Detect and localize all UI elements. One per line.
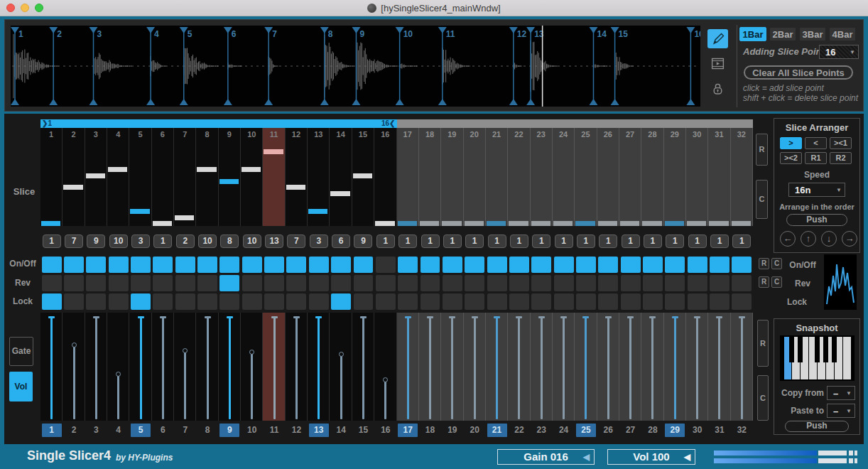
lock-cell-13[interactable] xyxy=(309,293,329,310)
vol-slider[interactable] xyxy=(384,380,386,419)
onoff-cell-29[interactable] xyxy=(665,257,685,273)
vol-column-20[interactable] xyxy=(464,313,486,421)
slice-value-button[interactable]: 1 xyxy=(153,234,172,248)
lock-cell-14[interactable] xyxy=(331,293,351,310)
vol-slider[interactable] xyxy=(696,317,698,419)
snapshot-keyboard[interactable] xyxy=(780,335,855,381)
lock-cell-6[interactable] xyxy=(153,293,173,310)
lock-cell-8[interactable] xyxy=(197,293,217,310)
vol-clear-button[interactable]: C xyxy=(757,375,769,421)
onoff-cell-19[interactable] xyxy=(443,257,462,273)
rev-cell-14[interactable] xyxy=(331,275,351,291)
onoff-cell-24[interactable] xyxy=(554,257,574,273)
arranger-mode-R1[interactable]: R1 xyxy=(805,152,827,164)
lock-cell-17[interactable] xyxy=(398,293,418,310)
clear-all-slice-points-button[interactable]: Clear All Slice Points xyxy=(744,65,853,80)
slice-value-button[interactable]: 10 xyxy=(243,234,261,248)
onoff-cell-2[interactable] xyxy=(64,257,84,273)
lock-cell-26[interactable] xyxy=(598,293,618,310)
rev-cell-26[interactable] xyxy=(598,275,618,291)
slice-value-button[interactable]: 1 xyxy=(376,234,395,248)
vol-slider[interactable] xyxy=(362,317,364,419)
rev-cell-22[interactable] xyxy=(509,275,529,291)
vol-slider[interactable] xyxy=(95,317,97,419)
lock-cell-7[interactable] xyxy=(175,293,195,310)
rev-cell-11[interactable] xyxy=(264,275,284,291)
onoff-cell-7[interactable] xyxy=(175,257,195,273)
onoff-cell-16[interactable] xyxy=(376,257,396,273)
onoff-cell-22[interactable] xyxy=(509,257,529,273)
vol-column-23[interactable] xyxy=(531,313,553,421)
vol-slider[interactable] xyxy=(585,317,587,419)
rev-cell-32[interactable] xyxy=(732,275,752,291)
slice-column-13[interactable]: 13 xyxy=(308,128,330,226)
lock-cell-2[interactable] xyxy=(64,293,84,310)
vol-slider[interactable] xyxy=(741,317,743,419)
slice-column-20[interactable]: 20 xyxy=(464,128,486,226)
bar-length-3bar-button[interactable]: 3Bar xyxy=(799,27,826,41)
slice-column-31[interactable]: 31 xyxy=(708,128,730,226)
vol-slider[interactable] xyxy=(273,317,276,419)
slice-column-1[interactable]: 1 xyxy=(40,128,63,226)
onoff-cell-20[interactable] xyxy=(465,257,484,273)
slice-range-bar[interactable]: ❯1 16❮ xyxy=(40,119,753,128)
lock-cell-10[interactable] xyxy=(242,293,262,310)
paste-to-dropdown[interactable]: – ▼ xyxy=(827,404,855,418)
onoff-cell-21[interactable] xyxy=(487,257,507,273)
slice-column-19[interactable]: 19 xyxy=(441,128,463,226)
vol-slider[interactable] xyxy=(718,317,720,419)
slice-value-button[interactable]: 1 xyxy=(622,234,640,248)
adding-slice-points-dropdown[interactable]: 16 ▼ xyxy=(819,45,859,59)
vol-column-29[interactable] xyxy=(664,313,686,421)
slice-column-16[interactable]: 16 xyxy=(374,128,396,226)
slice-value-button[interactable]: 1 xyxy=(710,234,729,248)
lock-cell-4[interactable] xyxy=(109,293,129,310)
vol-column-14[interactable] xyxy=(330,313,352,421)
range-inactive-segment[interactable] xyxy=(397,119,754,128)
vol-slider[interactable] xyxy=(496,317,498,419)
vol-slider[interactable] xyxy=(541,317,543,419)
onoff-cell-28[interactable] xyxy=(643,257,663,273)
rev-cell-27[interactable] xyxy=(621,275,641,291)
lock-cell-20[interactable] xyxy=(465,293,484,310)
piano-black-key[interactable] xyxy=(798,337,803,362)
rev-cell-24[interactable] xyxy=(554,275,574,291)
slice-value-button[interactable]: 1 xyxy=(443,234,462,248)
rev-cell-30[interactable] xyxy=(688,275,707,291)
rev-cell-20[interactable] xyxy=(465,275,484,291)
onoff-cell-6[interactable] xyxy=(153,257,173,273)
rev-cell-6[interactable] xyxy=(153,275,173,291)
arranger-mode->[interactable]: > xyxy=(780,137,802,149)
vol-column-22[interactable] xyxy=(508,313,530,421)
slice-column-15[interactable]: 15 xyxy=(352,128,374,226)
slice-value-button[interactable]: 6 xyxy=(332,234,350,248)
vol-slider[interactable] xyxy=(518,317,520,419)
vol-column-9[interactable] xyxy=(219,313,241,421)
lock-cell-18[interactable] xyxy=(421,293,440,310)
slice-value-button[interactable]: 1 xyxy=(577,234,595,248)
vol-column-19[interactable] xyxy=(441,313,463,421)
slice-clear-button[interactable]: C xyxy=(756,180,768,219)
arranger-mode-><2[interactable]: ><2 xyxy=(780,152,802,164)
rev-cell-29[interactable] xyxy=(665,275,685,291)
vol-slider[interactable] xyxy=(340,355,342,419)
rev-cell-7[interactable] xyxy=(175,275,195,291)
arrow-left-button[interactable]: ← xyxy=(780,231,796,247)
lock-cell-11[interactable] xyxy=(264,293,284,310)
vol-column-4[interactable] xyxy=(107,313,129,421)
lock-cell-24[interactable] xyxy=(554,293,574,310)
rev-cell-5[interactable] xyxy=(131,275,151,291)
lock-cell-9[interactable] xyxy=(219,293,239,310)
rev-cell-1[interactable] xyxy=(42,275,62,291)
slice-column-21[interactable]: 21 xyxy=(486,128,508,226)
vol-column-1[interactable] xyxy=(40,313,63,421)
waveform-display[interactable]: 12345678910111213141516 xyxy=(11,26,700,107)
vol-column-10[interactable] xyxy=(241,313,263,421)
vol-column-31[interactable] xyxy=(708,313,730,421)
vol-randomize-button[interactable]: R xyxy=(757,320,769,367)
arranger-push-button[interactable]: Push xyxy=(786,214,847,226)
vol-slider-handle[interactable] xyxy=(72,343,77,347)
vol-column-32[interactable] xyxy=(731,313,753,421)
slice-column-12[interactable]: 12 xyxy=(286,128,308,226)
rev-cell-3[interactable] xyxy=(86,275,106,291)
